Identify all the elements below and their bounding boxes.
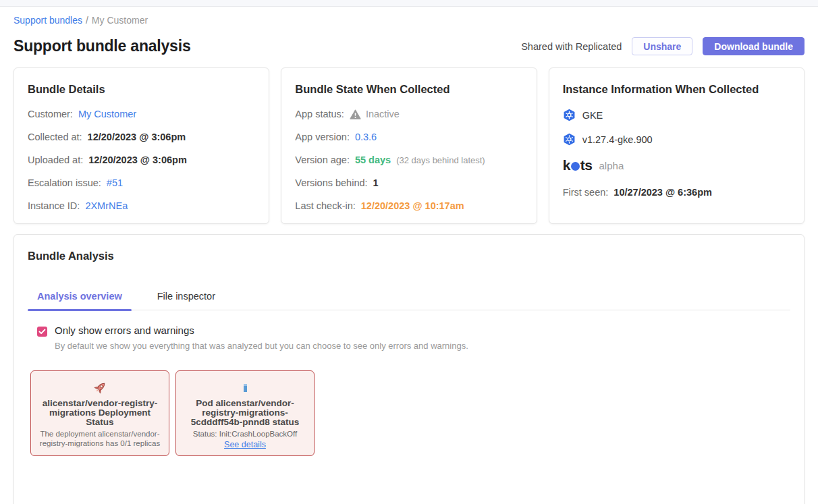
pod-status-text: Status: Init:CrashLoopBackOff xyxy=(183,430,307,438)
app-version-label: App version: xyxy=(295,132,350,142)
download-bundle-button[interactable]: Download bundle xyxy=(703,37,805,55)
instance-id-row: Instance ID: 2XMrNEa xyxy=(28,200,255,211)
customer-link[interactable]: My Customer xyxy=(78,109,136,119)
versions-behind-label: Versions behind: xyxy=(295,177,367,188)
escalation-issue-label: Escalation issue: xyxy=(28,177,101,188)
bundle-analysis-title: Bundle Analysis xyxy=(28,250,790,262)
k8s-version-value: v1.27.4-gke.900 xyxy=(582,134,653,145)
analysis-results: alicenstar/vendor-registry-migrations De… xyxy=(30,370,790,456)
deployment-status-description: The deployment alicenstar/vendor-registr… xyxy=(38,430,162,448)
tab-analysis-overview[interactable]: Analysis overview xyxy=(28,284,132,310)
breadcrumb: Support bundles/My Customer xyxy=(13,15,805,26)
bundle-details-title: Bundle Details xyxy=(28,83,255,96)
collected-at-value: 12/20/2023 @ 3:06pm xyxy=(88,132,186,142)
deployment-status-title: alicenstar/vendor-registry-migrations De… xyxy=(38,399,162,427)
uploaded-at-label: Uploaded at: xyxy=(28,155,83,165)
errors-filter: Only show errors and warnings By default… xyxy=(37,325,790,351)
app-version-row: App version: 0.3.6 xyxy=(295,132,522,142)
last-checkin-value: 12/20/2023 @ 10:17am xyxy=(361,200,464,211)
customer-row: Customer: My Customer xyxy=(28,109,255,119)
version-age-note: (32 days behind latest) xyxy=(396,155,485,165)
breadcrumb-current: My Customer xyxy=(92,15,148,26)
versions-behind-row: Versions behind: 1 xyxy=(295,177,522,188)
version-age-label: Version age: xyxy=(295,155,350,165)
filter-description: By default we show you everything that w… xyxy=(55,341,468,351)
analysis-tabs: Analysis overview File inspector xyxy=(28,284,790,310)
last-checkin-row: Last check-in: 12/20/2023 @ 10:17am xyxy=(295,200,522,211)
unshare-button[interactable]: Unshare xyxy=(632,37,692,55)
filter-label: Only show errors and warnings xyxy=(55,325,468,336)
bundle-state-title: Bundle State When Collected xyxy=(295,83,522,96)
breadcrumb-support-bundles-link[interactable]: Support bundles xyxy=(13,15,82,26)
header-actions: Shared with Replicated Unshare Download … xyxy=(521,37,805,55)
deployment-status-card[interactable]: alicenstar/vendor-registry-migrations De… xyxy=(30,370,169,456)
gke-icon xyxy=(563,109,576,121)
kots-channel: alpha xyxy=(599,160,624,171)
instance-info-title: Instance Information When Collected xyxy=(563,83,790,96)
app-status-value: Inactive xyxy=(366,109,400,119)
bundle-analysis-card: Bundle Analysis Analysis overview File i… xyxy=(13,234,805,504)
versions-behind-value: 1 xyxy=(373,177,379,188)
support-bundle-page: Support bundles/My Customer Support bund… xyxy=(0,15,818,504)
uploaded-at-row: Uploaded at: 12/20/2023 @ 3:06pm xyxy=(28,155,255,165)
instance-info-card: Instance Information When Collected xyxy=(549,67,805,224)
kots-row: kts alpha xyxy=(563,157,790,173)
pod-status-card[interactable]: Pod alicenstar/vendor-registry-migration… xyxy=(175,370,315,456)
warning-icon xyxy=(350,109,361,119)
bundle-details-card: Bundle Details Customer: My Customer Col… xyxy=(13,67,269,224)
kubernetes-icon xyxy=(563,133,576,146)
page-title: Support bundle analysis xyxy=(13,37,191,55)
see-details-link[interactable]: See details xyxy=(224,440,266,449)
distribution-value: GKE xyxy=(582,110,603,121)
distribution-row: GKE xyxy=(563,109,790,121)
uploaded-at-value: 12/20/2023 @ 3:06pm xyxy=(88,155,187,165)
rocket-icon xyxy=(38,379,162,397)
navbar-bottom-edge xyxy=(0,0,818,7)
version-age-value: 55 days xyxy=(355,155,391,165)
last-checkin-label: Last check-in: xyxy=(295,200,355,211)
version-age-row: Version age: 55 days (32 days behind lat… xyxy=(295,155,522,165)
instance-id-label: Instance ID: xyxy=(28,200,80,211)
k8s-version-row: v1.27.4-gke.900 xyxy=(563,133,790,146)
collected-at-label: Collected at: xyxy=(28,132,82,142)
tab-file-inspector[interactable]: File inspector xyxy=(148,284,225,310)
instance-id-link[interactable]: 2XMrNEa xyxy=(85,200,128,211)
kots-logo-ts: ts xyxy=(580,157,593,173)
app-status-row: App status: Inactive xyxy=(295,109,522,119)
kots-logo-k: k xyxy=(563,157,570,173)
app-version-link[interactable]: 0.3.6 xyxy=(355,132,377,142)
shared-status-text: Shared with Replicated xyxy=(521,41,622,52)
breadcrumb-separator: / xyxy=(86,15,88,26)
filter-texts: Only show errors and warnings By default… xyxy=(55,325,468,351)
kots-logo-o-icon xyxy=(571,162,580,171)
escalation-issue-row: Escalation issue: #51 xyxy=(28,177,255,188)
collected-at-row: Collected at: 12/20/2023 @ 3:06pm xyxy=(28,132,255,142)
kots-logo: kts xyxy=(563,157,593,173)
customer-label: Customer: xyxy=(28,109,73,119)
pod-icon xyxy=(183,379,307,397)
pod-status-title: Pod alicenstar/vendor-registry-migration… xyxy=(183,399,307,427)
only-errors-checkbox[interactable] xyxy=(37,327,47,337)
first-seen-value: 10/27/2023 @ 6:36pm xyxy=(614,187,712,198)
first-seen-row: First seen: 10/27/2023 @ 6:36pm xyxy=(563,187,790,198)
bundle-state-card: Bundle State When Collected App status: … xyxy=(281,67,537,224)
first-seen-label: First seen: xyxy=(563,187,609,198)
page-header: Support bundle analysis Shared with Repl… xyxy=(13,37,805,55)
app-status-label: App status: xyxy=(295,109,344,119)
info-cards-row: Bundle Details Customer: My Customer Col… xyxy=(13,67,805,224)
escalation-issue-link[interactable]: #51 xyxy=(107,177,123,188)
